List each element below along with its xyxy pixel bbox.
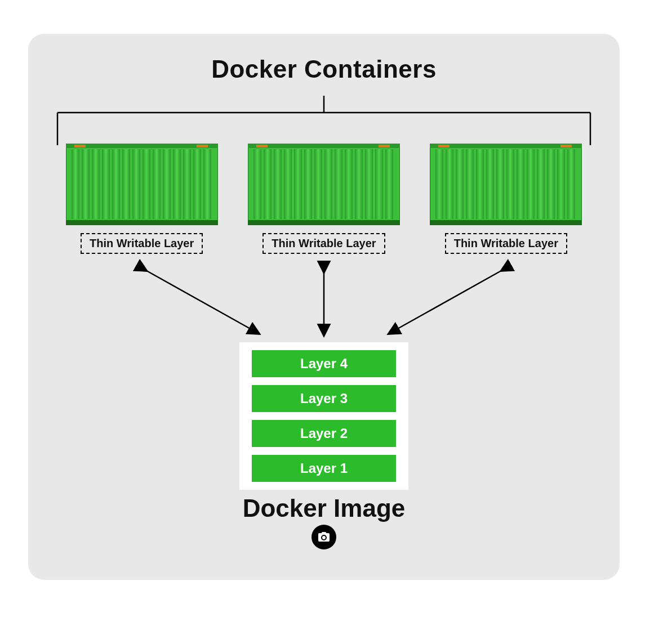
svg-rect-42: [446, 149, 453, 219]
svg-rect-13: [173, 149, 181, 219]
shipping-container-icon: [430, 144, 582, 225]
svg-rect-17: [74, 145, 86, 147]
container-1: Thin Writable Layer: [66, 144, 218, 254]
svg-rect-18: [197, 145, 208, 147]
svg-rect-27: [304, 149, 312, 219]
svg-rect-30: [335, 149, 342, 219]
svg-rect-46: [486, 149, 494, 219]
svg-rect-52: [547, 149, 555, 219]
svg-rect-33: [365, 149, 373, 219]
svg-rect-28: [314, 149, 322, 219]
container-2: Thin Writable Layer: [248, 144, 400, 254]
svg-rect-55: [438, 145, 450, 147]
svg-rect-41: [435, 149, 443, 219]
svg-rect-15: [193, 149, 201, 219]
svg-rect-7: [112, 149, 120, 219]
shipping-container-icon: [248, 144, 400, 225]
svg-rect-48: [506, 149, 514, 219]
container-3: Thin Writable Layer: [430, 144, 582, 254]
svg-rect-8: [122, 149, 130, 219]
svg-rect-47: [496, 149, 504, 219]
title-docker-containers: Docker Containers: [28, 55, 620, 83]
svg-rect-9: [132, 149, 140, 219]
svg-rect-3: [72, 149, 79, 219]
shipping-container-icon: [66, 144, 218, 225]
title-docker-image: Docker Image: [28, 494, 620, 522]
svg-rect-39: [430, 144, 582, 148]
svg-rect-37: [379, 145, 390, 147]
svg-rect-29: [324, 149, 332, 219]
svg-rect-45: [476, 149, 484, 219]
writable-layer-label: Thin Writable Layer: [81, 233, 203, 254]
image-layer: Layer 2: [252, 420, 396, 447]
svg-rect-35: [385, 149, 393, 219]
svg-rect-50: [527, 149, 535, 219]
writable-layer-label: Thin Writable Layer: [262, 233, 385, 254]
svg-rect-24: [274, 149, 282, 219]
svg-rect-12: [163, 149, 171, 219]
svg-rect-53: [557, 149, 565, 219]
svg-line-57: [144, 269, 256, 332]
svg-rect-23: [264, 149, 272, 219]
svg-rect-22: [253, 149, 261, 219]
svg-rect-20: [248, 144, 400, 148]
svg-rect-25: [284, 149, 292, 219]
svg-rect-26: [294, 149, 302, 219]
writable-layer-label: Thin Writable Layer: [445, 233, 567, 254]
svg-rect-16: [203, 149, 211, 219]
svg-rect-14: [183, 149, 191, 219]
image-layer: Layer 1: [252, 455, 396, 482]
svg-rect-4: [82, 149, 90, 219]
svg-rect-54: [567, 149, 575, 219]
diagram-canvas: Docker Containers: [28, 34, 620, 580]
containers-row: Thin Writable Layer: [28, 144, 620, 254]
svg-rect-1: [66, 144, 218, 148]
svg-rect-40: [430, 220, 582, 225]
svg-rect-43: [456, 149, 464, 219]
docker-image-box: Layer 4 Layer 3 Layer 2 Layer 1: [239, 342, 408, 490]
svg-rect-51: [537, 149, 545, 219]
svg-rect-10: [143, 149, 150, 219]
svg-rect-49: [517, 149, 524, 219]
svg-rect-34: [375, 149, 383, 219]
svg-rect-11: [153, 149, 161, 219]
containers-bracket: [56, 96, 591, 146]
image-layer: Layer 3: [252, 385, 396, 412]
svg-rect-2: [66, 220, 218, 225]
svg-rect-44: [466, 149, 474, 219]
svg-rect-21: [248, 220, 400, 225]
svg-rect-36: [256, 145, 268, 147]
svg-rect-31: [345, 149, 353, 219]
svg-rect-56: [560, 145, 572, 147]
svg-rect-32: [355, 149, 363, 219]
arrows-group: [28, 259, 620, 349]
svg-rect-6: [102, 149, 110, 219]
svg-rect-5: [92, 149, 100, 219]
image-layer: Layer 4: [252, 350, 396, 377]
camera-icon: [311, 525, 336, 549]
svg-line-59: [391, 269, 504, 332]
